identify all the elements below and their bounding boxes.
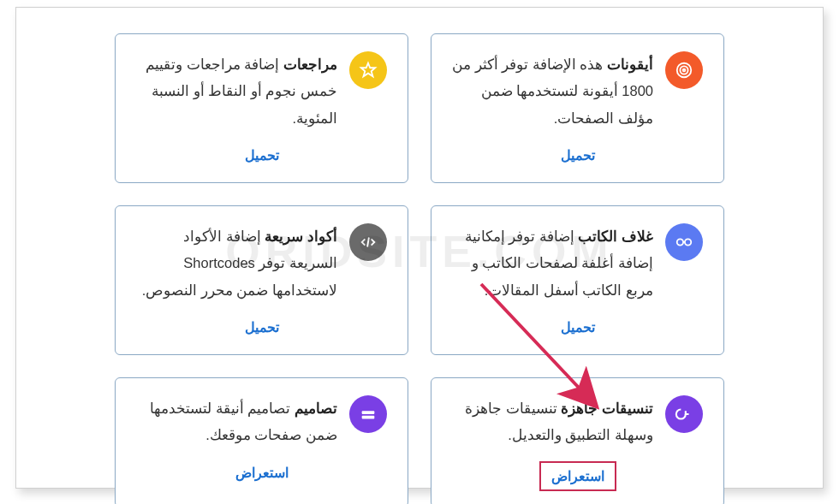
- svg-point-1: [680, 66, 687, 74]
- download-link[interactable]: تحميل: [238, 144, 286, 167]
- download-link[interactable]: تحميل: [554, 316, 602, 339]
- card-shortcodes: أكواد سريعة إضافة الأكواد السريعة توفر S…: [115, 205, 408, 355]
- card-reviews: مراجعات إضافة مراجعات وتقييم خمس نجوم أو…: [115, 33, 408, 183]
- layers-icon: [349, 395, 387, 433]
- card-text: تنسيقات جاهزة تنسيقات جاهزة وسهلة التطبي…: [452, 395, 653, 449]
- card-text: غلاف الكاتب إضافة توفر إمكانية إضافة أغل…: [452, 223, 653, 304]
- spiral-icon: [665, 51, 703, 89]
- svg-point-4: [677, 239, 683, 245]
- card-designs: تصاميم تصاميم أنيقة لتستخدمها ضمن صفحات …: [115, 377, 408, 504]
- card-text: أكواد سريعة إضافة الأكواد السريعة توفر S…: [136, 223, 337, 304]
- svg-marker-3: [361, 63, 376, 77]
- svg-point-0: [677, 63, 692, 78]
- svg-point-2: [683, 69, 686, 72]
- card-title: أيقونات: [607, 56, 653, 72]
- cards-grid: أيقونات هذه الإضافة توفر أكثر من 1800 أي…: [16, 8, 823, 504]
- card-title: أكواد سريعة: [265, 228, 337, 244]
- card-author-cover: غلاف الكاتب إضافة توفر إمكانية إضافة أغل…: [431, 205, 724, 355]
- card-ready-formats: تنسيقات جاهزة تنسيقات جاهزة وسهلة التطبي…: [431, 377, 724, 504]
- card-title: تنسيقات جاهزة: [561, 400, 653, 416]
- browse-link-highlighted[interactable]: استعراض: [539, 461, 616, 491]
- card-title: غلاف الكاتب: [578, 228, 653, 244]
- svg-rect-9: [362, 416, 375, 419]
- star-icon: [349, 51, 387, 89]
- glasses-icon: [665, 223, 703, 261]
- card-text: تصاميم تصاميم أنيقة لتستخدمها ضمن صفحات …: [136, 395, 337, 449]
- main-frame: ORIDSITE.COM أيقونات هذه الإضافة توفر أك…: [15, 7, 824, 489]
- card-title: مراجعات: [283, 56, 337, 72]
- card-icons: أيقونات هذه الإضافة توفر أكثر من 1800 أي…: [431, 33, 724, 183]
- download-link[interactable]: تحميل: [238, 316, 286, 339]
- card-text: أيقونات هذه الإضافة توفر أكثر من 1800 أي…: [452, 51, 653, 132]
- svg-line-7: [367, 238, 369, 247]
- card-title: تصاميم: [295, 400, 337, 416]
- svg-point-5: [685, 239, 691, 245]
- download-link[interactable]: تحميل: [554, 144, 602, 167]
- code-icon: [349, 223, 387, 261]
- svg-rect-8: [362, 411, 375, 414]
- card-text: مراجعات إضافة مراجعات وتقييم خمس نجوم أو…: [136, 51, 337, 132]
- loop-icon: [665, 395, 703, 433]
- browse-link[interactable]: استعراض: [229, 461, 295, 484]
